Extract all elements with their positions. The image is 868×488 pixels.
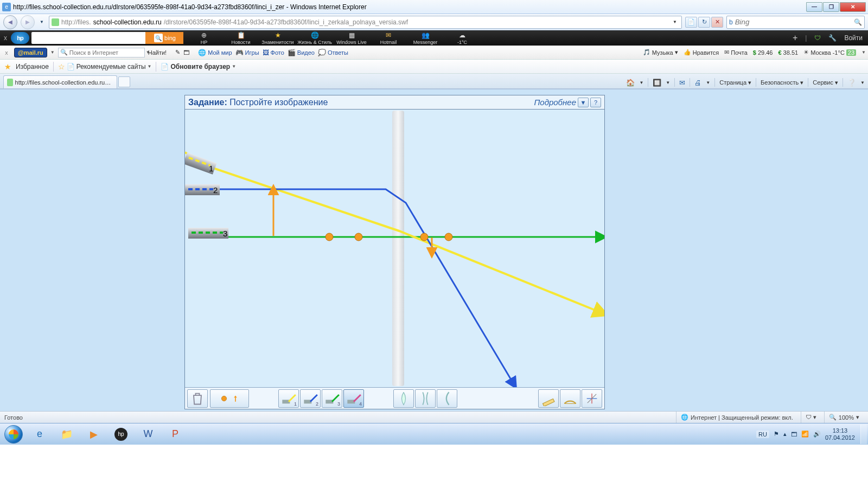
page-menu[interactable]: Страница ▾ [719, 79, 751, 86]
feeds-icon[interactable]: 🔲 [653, 79, 661, 87]
taskbar-hp[interactable]: hp [107, 425, 135, 444]
mailru-video[interactable]: 🎬Видео [288, 49, 315, 56]
tool-ruler[interactable] [538, 389, 559, 408]
edit-icon[interactable]: ✎ [175, 49, 180, 56]
tool-lens-converging[interactable] [393, 389, 414, 408]
mailru-myworld[interactable]: 🌐Мой мир [198, 49, 232, 56]
mailru-photo[interactable]: 🖼Фото [263, 49, 284, 56]
show-desktop-button[interactable] [860, 425, 867, 444]
readmail-icon[interactable]: ✉ [679, 79, 685, 87]
help-icon[interactable]: ❔ [847, 79, 856, 87]
home-icon[interactable]: 🏠 [626, 79, 635, 87]
tool-add-object[interactable] [210, 389, 249, 408]
applet-canvas[interactable]: 1 2 3 [185, 110, 604, 387]
tray-chevron-up-icon[interactable]: ▴ [783, 431, 787, 438]
compat-view-button[interactable]: 📄 [685, 17, 697, 28]
mailru-music[interactable]: 🎵 Музыка▾ [643, 49, 678, 56]
forward-button[interactable]: ► [21, 15, 35, 29]
favorites-star-icon[interactable]: ★ [4, 62, 11, 71]
tool-emitter-3[interactable]: 3 [322, 389, 342, 408]
mailru-answers[interactable]: 💭Ответы [318, 49, 348, 56]
print-icon[interactable]: 🖨 [694, 79, 701, 87]
chevron-down-icon[interactable]: ▼ [861, 50, 866, 55]
hp-signin-link[interactable]: Войти [844, 34, 863, 42]
tool-emitter-2[interactable]: 2 [300, 389, 321, 408]
tray-battery-icon[interactable]: 🗔 [791, 431, 797, 438]
hp-nav-messenger[interactable]: 👥Messenger [407, 31, 444, 45]
hp-nav-life[interactable]: 🌐Жизнь & Стиль [296, 31, 333, 45]
recommended-sites[interactable]: ☆📄 Рекомендуемые сайты ▼ [58, 62, 152, 71]
security-menu[interactable]: Безопасность ▾ [761, 79, 803, 86]
mailru-mail[interactable]: ✉ Почта [724, 49, 748, 56]
start-button[interactable] [1, 425, 26, 444]
tool-mirror[interactable] [437, 389, 457, 408]
mailru-close[interactable]: x [2, 49, 11, 56]
mailru-logo[interactable]: @mail.ru [14, 48, 47, 57]
chevron-down-icon[interactable]: ▼ [50, 50, 55, 55]
favorites-button[interactable]: Избранное [16, 63, 49, 70]
hp-nav-hp[interactable]: ⊕HP [186, 31, 222, 45]
browser-tab[interactable]: http://files.school-collection.edu.ru/dl… [3, 75, 117, 88]
hp-bing-button[interactable]: 🔍bing [145, 32, 183, 44]
ray-blue[interactable] [218, 189, 511, 380]
new-tab-button[interactable] [118, 76, 130, 87]
focal-point[interactable] [445, 233, 452, 241]
taskbar-word[interactable]: W [135, 425, 162, 444]
taskbar-powerpoint[interactable]: P [162, 425, 189, 444]
window-close-button[interactable]: ✕ [840, 2, 866, 12]
hp-toolbar-close[interactable]: x [0, 34, 11, 42]
focal-point[interactable] [420, 233, 428, 241]
update-browser[interactable]: 📄 Обновите браузер ▼ [161, 63, 236, 70]
settings-icon[interactable]: 🔧 [828, 34, 837, 42]
taskbar-media[interactable]: ▶ [80, 425, 107, 444]
mailru-like[interactable]: 👍 Нравится [684, 49, 719, 56]
taskbar-explorer[interactable]: 📁 [53, 425, 80, 444]
tray-clock[interactable]: 13:13 07.04.2012 [825, 427, 855, 440]
address-bar[interactable]: http://files.school-collection.edu.ru/dl… [49, 16, 682, 29]
tray-action-center-icon[interactable]: ⚑ [774, 431, 779, 438]
mailru-search-box[interactable]: 🔍 ▼ [58, 48, 145, 57]
applet-more-link[interactable]: Подробнее [534, 98, 576, 107]
tray-language[interactable]: RU [756, 431, 769, 438]
tool-emitter-1[interactable]: 1 [278, 389, 299, 408]
stop-button[interactable]: ✕ [711, 17, 723, 28]
status-protected-mode-icon[interactable]: 🛡 ▾ [801, 412, 821, 423]
lens[interactable] [392, 111, 404, 386]
hp-nav-weather[interactable]: ☁-1°C [444, 31, 481, 45]
window-maximize-button[interactable]: ❐ [823, 2, 839, 12]
search-icon[interactable]: 🔍 [854, 18, 862, 26]
tool-emitter-4[interactable]: 4 [343, 389, 364, 408]
applet-expand-button[interactable]: ▼ [578, 98, 589, 107]
mailru-games[interactable]: 🎮Игры [235, 49, 259, 56]
ray-yellow[interactable] [185, 152, 595, 310]
focal-point[interactable] [326, 233, 333, 241]
hp-nav-hotmail[interactable]: ✉Hotmail [370, 31, 407, 45]
back-button[interactable]: ◄ [3, 15, 17, 29]
browser-search-box[interactable]: b 🔍 [726, 16, 865, 29]
add-icon[interactable]: + [793, 33, 797, 43]
refresh-button[interactable]: ↻ [698, 17, 710, 28]
hp-nav-celeb[interactable]: ★Знаменитости [259, 31, 296, 45]
hp-logo-icon[interactable]: hp [11, 32, 29, 44]
tool-trash[interactable] [187, 389, 208, 408]
hp-nav-news[interactable]: 📋Новости [222, 31, 259, 45]
applet-help-button[interactable]: ? [590, 98, 601, 107]
tray-network-icon[interactable]: 📶 [801, 431, 809, 438]
taskbar-ie[interactable]: e [26, 425, 53, 444]
tray-volume-icon[interactable]: 🔊 [813, 431, 821, 438]
status-zoom[interactable]: 🔍 100% ▾ [824, 412, 864, 423]
tool-lens-diverging[interactable] [415, 389, 436, 408]
focal-point[interactable] [355, 233, 362, 241]
mailru-weather[interactable]: ☀ Москва -1°C 23 [803, 49, 856, 56]
address-dropdown[interactable]: ▼ [671, 20, 679, 24]
hp-nav-live[interactable]: ▦Windows Live [333, 31, 370, 45]
window-minimize-button[interactable]: — [806, 2, 822, 12]
hp-search-box[interactable]: 🔍bing [31, 32, 183, 44]
mailru-find-button[interactable]: Найти! [148, 49, 167, 56]
service-menu[interactable]: Сервис ▾ [813, 79, 838, 86]
tool-grid[interactable] [582, 389, 602, 408]
browser-search-input[interactable] [735, 18, 852, 26]
translate-icon[interactable]: 🗔 [183, 49, 189, 56]
tool-protractor[interactable] [560, 389, 580, 408]
emitter-3[interactable] [188, 228, 228, 239]
